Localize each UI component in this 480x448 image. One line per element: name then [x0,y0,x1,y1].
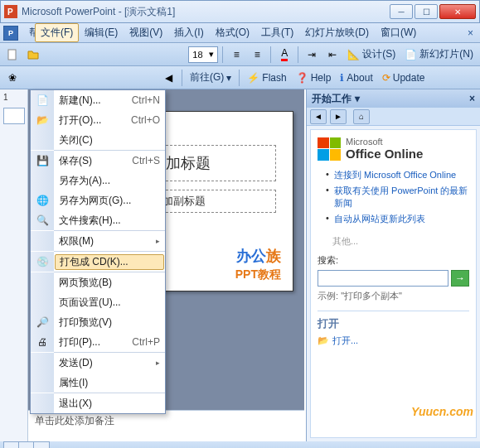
open-icon[interactable] [24,46,42,64]
titlebar: P Microsoft PowerPoint - [演示文稿1] ─ ☐ ✕ [0,0,480,23]
flash-button[interactable]: ⚡Flash [244,72,289,84]
menu-item[interactable]: 💿打包成 CD(K)... [31,252,165,272]
system-menu-icon[interactable]: P [3,26,18,41]
slide-number: 1 [3,93,8,102]
menu-item[interactable]: 网页预览(B) [31,272,165,292]
new-slide-button[interactable]: 📄新幻灯片(N) [401,47,477,61]
notes-placeholder: 单击此处添加备注 [35,415,114,426]
menu-edit[interactable]: 编辑(E) [79,23,124,42]
tp-link-connect[interactable]: 连接到 Microsoft Office Online [326,167,469,183]
open-link[interactable]: 📂打开... [318,335,469,347]
menubar: P 帮 文件(F) 编辑(E) 视图(V) 插入(I) 格式(O) 工具(T) … [0,23,480,43]
close-button[interactable]: ✕ [439,4,476,19]
font-size-combo[interactable]: 18▾ [188,46,218,63]
file-menu-dropdown: 📄新建(N)...Ctrl+N📂打开(O)...Ctrl+O关闭(C)💾保存(S… [30,89,166,414]
menu-view[interactable]: 视图(V) [124,23,168,42]
task-pane: 开始工作 ▾ × ◄ ► ⌂ MicrosoftOffice Online 连接… [306,89,480,441]
notes-pane[interactable]: 单击此处添加备注 [28,410,304,441]
update-button[interactable]: ⟳Update [379,72,429,84]
menu-item[interactable]: 属性(I) [31,373,165,393]
menu-insert[interactable]: 插入(I) [168,23,209,42]
about-button[interactable]: ℹAbout [337,72,376,84]
maximize-button[interactable]: ☐ [415,4,438,19]
office-online-logo: MicrosoftOffice Online [318,137,469,161]
slide-thumbnail[interactable] [3,108,25,124]
search-example: 示例: "打印多个副本" [318,290,469,302]
menu-item[interactable]: 🌐另存为网页(G)... [31,190,165,210]
menu-item[interactable]: 💾保存(S)Ctrl+S [31,151,165,171]
menu-item[interactable]: 退出(X) [31,393,165,413]
back-icon[interactable]: ◀ [159,69,177,87]
menu-item[interactable]: 页面设置(U)... [31,292,165,312]
menu-item[interactable]: 📂打开(O)...Ctrl+O [31,110,165,130]
align-left-icon[interactable]: ≡ [227,46,245,64]
svg-rect-2 [8,50,16,60]
menu-file[interactable]: 文件(F) [35,23,79,42]
menubar-overflow[interactable]: × [464,27,477,39]
menu-tools[interactable]: 工具(T) [255,23,299,42]
taskpane-close-icon[interactable]: × [469,93,475,104]
search-label: 搜索: [318,254,469,267]
outline-pane: 1 [0,89,28,441]
tp-link-news[interactable]: 获取有关使用 PowerPoint 的最新新闻 [326,183,469,211]
plugin-toolbar: ❀ ◀ 前往(G)▾ ⚡Flash ❓Help ℹAbout ⟳Update [0,66,480,89]
menu-item[interactable]: 权限(M)▸ [31,231,165,251]
watermark: Yuucn.com [411,405,473,418]
window-title: Microsoft PowerPoint - [演示文稿1] [22,5,390,19]
menu-item[interactable]: 关闭(C) [31,130,165,150]
formatting-toolbar: 18▾ ≡ ≡ A ⇥ ⇤ 📐设计(S) 📄新幻灯片(N) [0,43,480,66]
menu-format[interactable]: 格式(O) [210,23,255,42]
menu-item[interactable]: 🖨打印(P)...Ctrl+P [31,332,165,352]
menu-item[interactable]: 📄新建(N)...Ctrl+N [31,90,165,110]
nav-home-icon[interactable]: ⌂ [353,109,370,124]
minimize-button[interactable]: ─ [390,4,413,19]
view-toolbar [0,441,480,448]
align-center-icon[interactable]: ≡ [248,46,266,64]
app-icon: P [4,5,17,18]
tp-others[interactable]: 其他... [332,235,469,248]
view-switcher[interactable] [3,441,50,449]
menu-item[interactable]: 🔍文件搜索(H)... [31,210,165,230]
menu-slideshow[interactable]: 幻灯片放映(D) [299,23,375,42]
flower-icon[interactable]: ❀ [3,69,22,87]
goto-button[interactable]: 前往(G)▾ [187,70,235,84]
nav-back-icon[interactable]: ◄ [310,109,327,124]
menu-item[interactable]: 🔎打印预览(V) [31,312,165,332]
menu-window[interactable]: 窗口(W) [375,23,422,42]
nav-fwd-icon[interactable]: ► [330,109,347,124]
help-button[interactable]: ❓Help [293,72,335,84]
search-go-icon[interactable]: → [451,270,469,287]
menu-item[interactable]: 发送(D)▸ [31,353,165,373]
folder-icon: 📂 [318,335,329,346]
taskpane-nav: ◄ ► ⌂ [307,108,480,126]
design-button[interactable]: 📐设计(S) [344,47,399,61]
decrease-indent-icon[interactable]: ⇤ [323,46,342,64]
increase-indent-icon[interactable]: ⇥ [303,46,321,64]
search-input[interactable] [318,270,448,287]
menu-help[interactable]: 帮 [23,23,35,42]
open-section-header: 打开 [318,316,469,331]
menu-item[interactable]: 另存为(A)... [31,171,165,190]
logo-overlay: 办公族 [236,246,281,266]
workspace: 1 处添加标题 处添加副标题 办公族 PPT教程 单击此处添加备注 开始工作 ▾… [0,89,480,441]
ppt-tutorial-text: PPT教程 [235,267,281,282]
svg-text:P: P [7,7,13,17]
taskpane-header: 开始工作 ▾ × [307,89,480,108]
new-icon[interactable] [3,46,22,64]
tp-link-update[interactable]: 自动从网站更新此列表 [326,211,469,227]
font-color-icon[interactable]: A [275,46,293,64]
